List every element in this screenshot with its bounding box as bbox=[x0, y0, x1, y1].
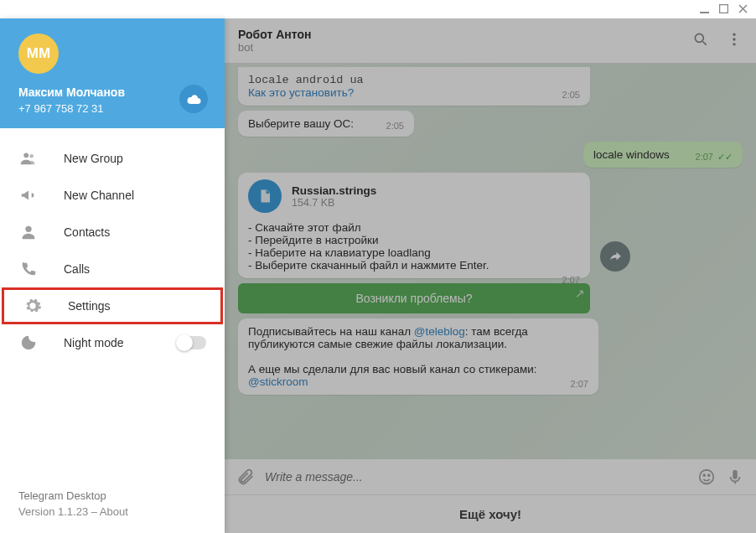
message-text: - Наберите на клавиатуре loadlang bbox=[248, 246, 580, 259]
inline-button[interactable]: Возникли проблемы? ↗ bbox=[238, 283, 590, 313]
menu-new-group[interactable]: New Group bbox=[0, 140, 225, 177]
window-titlebar bbox=[0, 0, 756, 18]
message-time: 2:05 bbox=[386, 121, 404, 131]
message-list[interactable]: locale android ua Как это установить? 2:… bbox=[225, 64, 756, 459]
message-out[interactable]: locale windows 2:07 ✓✓ bbox=[583, 142, 743, 168]
code-text: locale android ua bbox=[248, 74, 580, 86]
message-in-file[interactable]: Russian.strings 154.7 KB - Скачайте этот… bbox=[238, 173, 590, 278]
message-text: - Выберите скачанный файл и нажмите Ente… bbox=[248, 259, 580, 272]
forward-button[interactable] bbox=[600, 241, 630, 272]
search-icon[interactable] bbox=[692, 31, 709, 51]
external-icon: ↗ bbox=[575, 287, 585, 300]
message-in[interactable]: locale android ua Как это установить? 2:… bbox=[238, 67, 590, 106]
svg-rect-12 bbox=[733, 470, 738, 479]
menu-label: New Group bbox=[64, 152, 123, 165]
avatar[interactable]: MM bbox=[18, 34, 59, 74]
message-input[interactable] bbox=[265, 470, 687, 484]
message-text: - Скачайте этот файл bbox=[248, 221, 580, 234]
profile-name: Максим Молчанов bbox=[18, 85, 206, 99]
file-icon[interactable] bbox=[248, 179, 282, 213]
menu-new-channel[interactable]: New Channel bbox=[0, 177, 225, 214]
app-version[interactable]: Version 1.1.23 – About bbox=[18, 505, 206, 518]
maximize-icon[interactable] bbox=[719, 2, 728, 17]
svg-point-8 bbox=[733, 43, 735, 45]
message-text: locale windows bbox=[593, 148, 670, 161]
mic-icon[interactable] bbox=[726, 468, 744, 486]
app-name: Telegram Desktop bbox=[18, 489, 206, 502]
svg-point-7 bbox=[733, 38, 735, 40]
svg-point-11 bbox=[708, 474, 710, 476]
svg-point-5 bbox=[695, 34, 703, 42]
svg-point-4 bbox=[25, 226, 31, 232]
bot-keyboard-button[interactable]: Ещё хочу! bbox=[225, 494, 756, 533]
message-time: 2:07 ✓✓ bbox=[696, 152, 733, 163]
message-text: Выберите вашу ОС: bbox=[248, 117, 354, 130]
message-in[interactable]: Выберите вашу ОС: 2:05 bbox=[238, 111, 414, 137]
svg-point-9 bbox=[700, 470, 714, 484]
chat-title: Робот Антон bbox=[238, 28, 311, 41]
menu-label: Contacts bbox=[64, 225, 110, 239]
chat-header[interactable]: Робот Антон bot bbox=[225, 18, 756, 64]
message-link[interactable]: @teleblog bbox=[414, 325, 465, 338]
group-icon bbox=[18, 148, 39, 168]
menu-calls[interactable]: Calls bbox=[0, 251, 225, 287]
message-text: Подписывайтесь на наш канал bbox=[248, 325, 414, 338]
message-time: 2:05 bbox=[562, 90, 580, 100]
message-text: - Перейдите в настройки bbox=[248, 234, 580, 246]
megaphone-icon bbox=[18, 185, 39, 205]
chat-area: Робот Антон bot locale android ua Как эт… bbox=[225, 18, 756, 533]
menu-settings[interactable]: Settings bbox=[2, 287, 223, 324]
message-composer bbox=[225, 459, 756, 494]
svg-point-2 bbox=[23, 153, 28, 158]
saved-messages-button[interactable] bbox=[179, 85, 208, 113]
profile-phone: +7 967 758 72 31 bbox=[18, 102, 206, 115]
message-link[interactable]: @stickroom bbox=[248, 375, 308, 388]
message-link[interactable]: Как это установить? bbox=[248, 86, 354, 99]
file-name: Russian.strings bbox=[292, 184, 376, 197]
menu-night-mode[interactable]: Night mode bbox=[0, 324, 225, 361]
menu-contacts[interactable]: Contacts bbox=[0, 214, 225, 251]
attach-icon[interactable] bbox=[236, 468, 255, 486]
main-menu-sidebar: MM Максим Молчанов +7 967 758 72 31 New … bbox=[0, 18, 225, 533]
menu-list: New Group New Channel Contacts Calls Set… bbox=[0, 128, 225, 474]
message-in[interactable]: Подписывайтесь на наш канал @teleblog: т… bbox=[238, 318, 598, 395]
person-icon bbox=[18, 222, 39, 242]
svg-point-6 bbox=[733, 33, 735, 35]
svg-rect-0 bbox=[700, 12, 709, 13]
night-mode-toggle[interactable] bbox=[178, 336, 206, 349]
menu-label: Settings bbox=[68, 299, 111, 313]
phone-icon bbox=[18, 259, 39, 279]
svg-rect-1 bbox=[720, 5, 728, 13]
chat-subtitle: bot bbox=[238, 41, 311, 54]
svg-point-3 bbox=[29, 154, 34, 158]
gear-icon bbox=[23, 296, 43, 316]
read-checks-icon: ✓✓ bbox=[717, 152, 733, 162]
close-icon[interactable] bbox=[738, 2, 748, 17]
emoji-icon[interactable] bbox=[697, 468, 716, 486]
moon-icon bbox=[18, 333, 39, 353]
profile-header: MM Максим Молчанов +7 967 758 72 31 bbox=[0, 18, 225, 128]
menu-label: Night mode bbox=[64, 336, 124, 349]
minimize-icon[interactable] bbox=[700, 2, 709, 17]
more-icon[interactable] bbox=[726, 31, 743, 51]
sidebar-footer: Telegram Desktop Version 1.1.23 – About bbox=[0, 474, 225, 533]
file-size: 154.7 KB bbox=[292, 197, 376, 209]
message-text: А еще мы сделали для вас новый канал со … bbox=[248, 363, 537, 375]
menu-label: New Channel bbox=[64, 189, 134, 202]
message-time: 2:07 bbox=[571, 379, 588, 389]
menu-label: Calls bbox=[64, 262, 90, 276]
svg-point-10 bbox=[703, 474, 705, 476]
